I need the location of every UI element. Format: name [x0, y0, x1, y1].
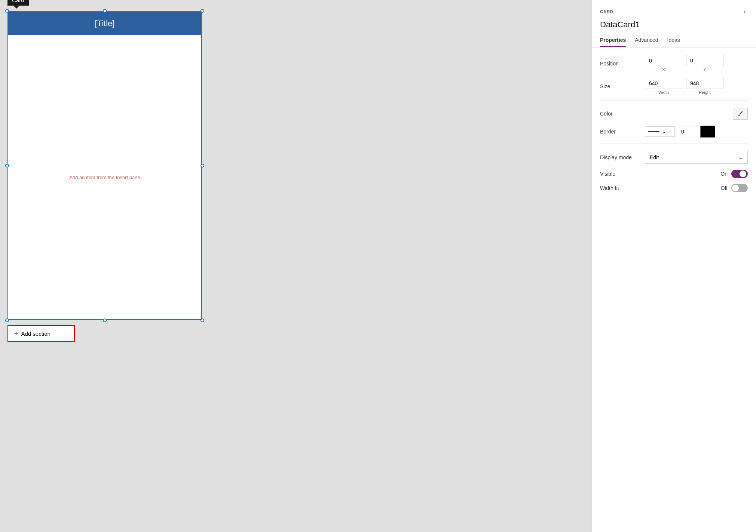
color-row: Color [600, 108, 748, 120]
divider-1 [600, 101, 748, 101]
position-y-group: Y [686, 55, 723, 72]
right-panel: CARD › DataCard1 Properties Advanced Ide… [591, 0, 756, 532]
handle-top-left[interactable] [5, 9, 9, 13]
handle-top-center[interactable] [103, 9, 107, 13]
divider-2 [600, 144, 748, 144]
width-fit-toggle-knob [732, 185, 739, 191]
tab-ideas[interactable]: Ideas [667, 34, 680, 47]
border-color-swatch[interactable] [700, 126, 715, 138]
border-line-icon [648, 131, 659, 132]
position-y-label: Y [703, 67, 706, 72]
border-style-chevron: ⌄ [662, 129, 666, 135]
display-mode-label: Display mode [600, 154, 645, 160]
visible-toggle-slider [731, 170, 748, 178]
position-x-input[interactable] [645, 55, 682, 66]
tab-properties[interactable]: Properties [600, 34, 626, 47]
size-width-label: Width [658, 90, 669, 95]
handle-top-right[interactable] [201, 9, 204, 13]
border-width-input[interactable] [678, 126, 697, 137]
panel-close-button[interactable]: › [741, 7, 748, 16]
size-inputs: Width Height [645, 78, 748, 95]
size-width-input[interactable] [645, 78, 682, 89]
card-tooltip: Card [7, 0, 29, 6]
position-label: Position [600, 61, 645, 67]
handle-bottom-center[interactable] [103, 319, 107, 322]
card-header: [Title] [8, 12, 201, 35]
panel-tabs: Properties Advanced Ideas [592, 34, 756, 47]
width-fit-row: Width fit Off [600, 184, 748, 192]
width-fit-label: Width fit [600, 185, 645, 191]
size-height-label: Height [699, 90, 711, 95]
panel-header: CARD › [592, 0, 756, 18]
position-row: Position X Y [600, 55, 748, 72]
size-label: Size [600, 83, 645, 89]
size-row: Size Width Height [600, 78, 748, 95]
panel-component-name: DataCard1 [592, 18, 756, 34]
handle-mid-right[interactable] [201, 164, 204, 167]
visible-toggle-knob [740, 170, 746, 177]
card-frame: [Title] Add an item from the Insert pane [7, 11, 202, 320]
insert-hint: Add an item from the Insert pane [69, 175, 140, 180]
width-fit-state-label: Off [721, 185, 728, 191]
width-fit-toggle-slider [731, 184, 748, 192]
add-section-label: Add section [21, 330, 50, 337]
panel-section-label: CARD [600, 9, 613, 14]
add-section-button[interactable]: + Add section [7, 325, 75, 342]
border-style-select[interactable]: ⌄ [645, 126, 675, 137]
visible-toggle[interactable] [731, 170, 748, 178]
handle-mid-left[interactable] [5, 164, 9, 167]
display-mode-chevron-icon: ⌄ [738, 154, 743, 161]
svg-point-1 [738, 115, 739, 116]
border-row: Border ⌄ [600, 126, 748, 138]
display-mode-row: Display mode Edit ⌄ [600, 151, 748, 164]
color-picker-button[interactable] [733, 108, 748, 120]
card-container: Card [Title] Add an item from the Insert… [7, 11, 202, 320]
canvas-area: Card [Title] Add an item from the Insert… [0, 0, 591, 532]
width-fit-toggle[interactable] [731, 184, 748, 192]
visible-label: Visible [600, 171, 645, 177]
size-height-group: Height [686, 78, 723, 95]
color-label: Color [600, 111, 645, 117]
tab-advanced[interactable]: Advanced [635, 34, 658, 47]
handle-bottom-right[interactable] [201, 319, 204, 322]
display-mode-select[interactable]: Edit ⌄ [645, 151, 748, 164]
visible-toggle-container: On [720, 170, 748, 178]
handle-bottom-left[interactable] [5, 319, 9, 322]
border-controls: ⌄ [645, 126, 715, 138]
size-height-input[interactable] [686, 78, 723, 89]
display-mode-value: Edit [650, 154, 659, 160]
position-x-label: X [662, 67, 665, 72]
visible-state-label: On [720, 171, 728, 177]
visible-row: Visible On [600, 170, 748, 178]
position-x-group: X [645, 55, 682, 72]
width-fit-toggle-container: Off [721, 184, 748, 192]
position-inputs: X Y [645, 55, 748, 72]
card-body: Add an item from the Insert pane [8, 35, 201, 319]
plus-icon: + [14, 330, 18, 338]
panel-content: Position X Y Size [592, 47, 756, 532]
border-label: Border [600, 129, 645, 135]
size-width-group: Width [645, 78, 682, 95]
position-y-input[interactable] [686, 55, 723, 66]
eyedropper-icon [737, 110, 744, 117]
